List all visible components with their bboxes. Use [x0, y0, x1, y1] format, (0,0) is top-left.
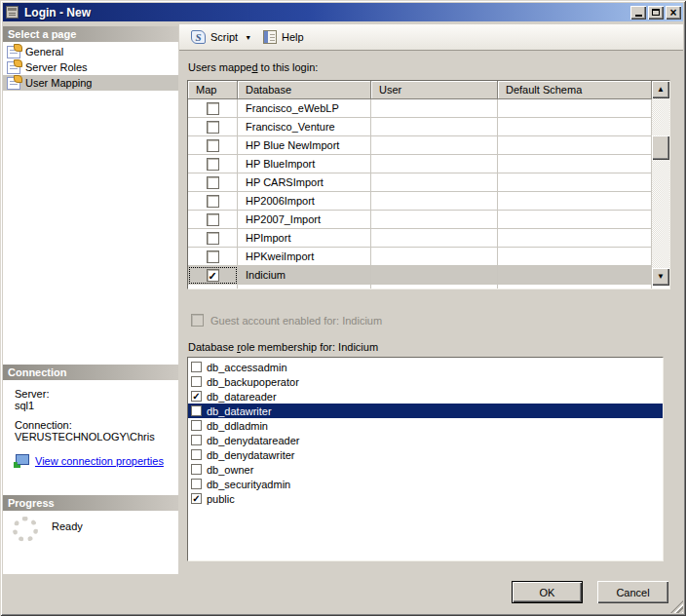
database-cell[interactable]: Indicium [238, 266, 371, 285]
minimize-button[interactable] [630, 6, 646, 19]
map-checkbox[interactable] [207, 213, 219, 226]
default-schema-cell[interactable] [498, 211, 652, 229]
role-checkbox[interactable]: ✓ [191, 391, 202, 402]
database-cell[interactable] [238, 285, 371, 289]
column-header-user[interactable]: User [371, 81, 498, 99]
scroll-up-icon[interactable]: ▲ [652, 81, 669, 98]
role-checkbox[interactable]: ✓ [191, 405, 202, 416]
resize-grip[interactable] [670, 600, 683, 613]
close-button[interactable]: × [666, 6, 681, 19]
role-checkbox[interactable] [191, 376, 202, 387]
help-button[interactable]: Help [259, 28, 308, 46]
default-schema-cell[interactable] [498, 118, 652, 136]
map-checkbox[interactable] [207, 232, 219, 245]
role-item-db_securityadmin[interactable]: db_securityadmin [188, 477, 663, 491]
sidebar-item-user-mapping[interactable]: User Mapping [3, 75, 178, 91]
map-checkbox[interactable] [207, 250, 219, 263]
table-row[interactable]: Francisco_Venture [188, 118, 652, 136]
database-cell[interactable]: HP Blue NewImport [238, 136, 371, 155]
table-row[interactable]: HP BlueImport [188, 155, 652, 173]
table-row[interactable]: HP CARSImport [188, 173, 652, 192]
guest-account-checkbox [191, 314, 204, 327]
column-header-default-schema[interactable]: Default Schema [498, 81, 652, 99]
role-checkbox[interactable] [191, 449, 202, 460]
role-item-db_datareader[interactable]: ✓db_datareader [188, 389, 663, 404]
role-item-db_ddladmin[interactable]: db_ddladmin [188, 418, 663, 433]
role-item-db_denydatareader[interactable]: db_denydatareader [188, 433, 663, 447]
default-schema-cell[interactable] [498, 155, 652, 173]
script-button[interactable]: S Script ▼ [187, 28, 255, 46]
database-cell[interactable]: HP2007_Import [238, 211, 371, 229]
default-schema-cell[interactable] [498, 285, 652, 289]
default-schema-cell[interactable] [498, 136, 652, 155]
default-schema-cell[interactable] [498, 229, 652, 248]
role-item-db_backupoperator[interactable]: db_backupoperator [188, 374, 663, 389]
user-cell[interactable] [371, 285, 498, 289]
role-checkbox[interactable] [191, 464, 202, 475]
user-cell[interactable] [371, 118, 498, 136]
map-checkbox[interactable] [207, 139, 219, 152]
user-cell[interactable] [371, 155, 498, 173]
role-item-public[interactable]: ✓public [188, 491, 663, 506]
table-row[interactable]: HP2006Import [188, 192, 652, 211]
table-row[interactable]: HP Blue NewImport [188, 136, 652, 155]
table-row[interactable]: HPKweiImport [188, 248, 652, 266]
role-item-db_denydatawriter[interactable]: db_denydatawriter [188, 447, 663, 462]
role-label: db_owner [207, 464, 253, 476]
map-checkbox[interactable] [207, 121, 219, 134]
user-cell[interactable] [371, 136, 498, 155]
map-checkbox[interactable] [207, 195, 219, 208]
ok-button[interactable]: OK [512, 581, 583, 603]
default-schema-cell[interactable] [498, 99, 652, 118]
database-cell[interactable]: HPImport [238, 229, 371, 248]
role-item-db_owner[interactable]: db_owner [188, 462, 663, 477]
role-item-db_datawriter[interactable]: ✓db_datawriter [188, 404, 663, 418]
script-icon: S [191, 30, 206, 44]
view-connection-properties-link[interactable]: View connection properties [35, 455, 164, 467]
database-cell[interactable]: Francisco_eWebLP [238, 99, 371, 118]
role-label: db_backupoperator [207, 376, 299, 388]
script-label: Script [210, 31, 238, 43]
default-schema-cell[interactable] [498, 192, 652, 211]
map-checkbox[interactable] [207, 158, 219, 171]
role-checkbox[interactable] [191, 435, 202, 445]
table-row[interactable]: Francisco_eWebLP [188, 99, 652, 118]
role-checkbox[interactable] [191, 362, 202, 372]
map-cell [188, 229, 238, 248]
database-cell[interactable]: HPKweiImport [238, 248, 371, 266]
map-checkbox[interactable] [207, 176, 219, 189]
user-cell[interactable] [371, 173, 498, 192]
user-cell[interactable] [371, 99, 498, 118]
table-row[interactable]: ✓Indicium [188, 266, 652, 285]
default-schema-cell[interactable] [498, 173, 652, 192]
user-cell[interactable] [371, 229, 498, 248]
map-checkbox[interactable] [207, 102, 219, 115]
role-item-db_accessadmin[interactable]: db_accessadmin [188, 360, 663, 374]
database-cell[interactable]: HP CARSImport [238, 173, 371, 192]
role-checkbox[interactable]: ✓ [191, 493, 202, 504]
chevron-down-icon[interactable]: ▼ [245, 34, 251, 41]
sidebar-item-general[interactable]: General [3, 44, 178, 59]
sidebar-item-server-roles[interactable]: Server Roles [3, 59, 178, 75]
table-row[interactable]: HP2007_Import [188, 211, 652, 229]
user-cell[interactable] [371, 266, 498, 285]
database-cell[interactable]: Francisco_Venture [238, 118, 371, 136]
role-checkbox[interactable] [191, 420, 202, 431]
user-cell[interactable] [371, 211, 498, 229]
maximize-button[interactable] [648, 6, 664, 19]
default-schema-cell[interactable] [498, 266, 652, 285]
map-checkbox[interactable]: ✓ [207, 269, 219, 282]
cancel-button[interactable]: Cancel [597, 581, 668, 603]
database-cell[interactable]: HP2006Import [238, 192, 371, 211]
table-row[interactable]: HPImport [188, 229, 652, 248]
scrollbar-thumb[interactable] [652, 135, 669, 160]
default-schema-cell[interactable] [498, 248, 652, 266]
column-header-map[interactable]: Map [188, 81, 238, 99]
database-cell[interactable]: HP BlueImport [238, 155, 371, 173]
column-header-database[interactable]: Database [238, 81, 371, 99]
role-checkbox[interactable] [191, 479, 202, 489]
grid-vertical-scrollbar[interactable]: ▲ ▼ [652, 81, 669, 286]
user-cell[interactable] [371, 248, 498, 266]
scroll-down-icon[interactable]: ▼ [652, 268, 669, 286]
user-cell[interactable] [371, 192, 498, 211]
